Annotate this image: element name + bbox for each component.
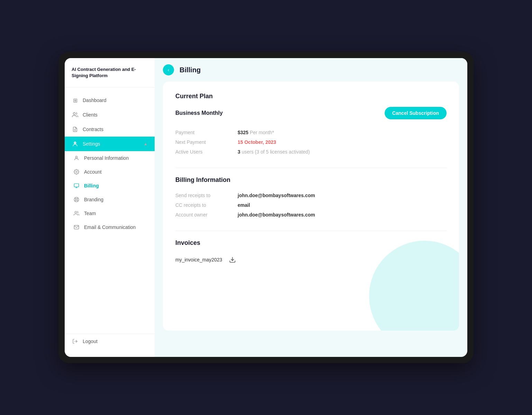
back-icon: ‹ bbox=[168, 67, 169, 73]
send-receipts-label: Send receipts to bbox=[175, 193, 231, 198]
download-icon bbox=[229, 256, 236, 263]
sidebar-item-label: Dashboard bbox=[83, 98, 107, 103]
payment-label: Payment bbox=[175, 130, 231, 135]
plan-name: Business Monthly bbox=[175, 110, 223, 116]
sidebar-sub-item-label: Personal Information bbox=[84, 155, 129, 161]
billing-icon bbox=[73, 182, 80, 189]
cancel-subscription-button[interactable]: Cancel Subscription bbox=[385, 107, 447, 119]
active-users-label: Active Users bbox=[175, 149, 231, 155]
invoice-row: my_invoice_may2023 bbox=[175, 253, 447, 266]
svg-point-16 bbox=[75, 211, 76, 213]
plan-row: Business Monthly Cancel Subscription bbox=[175, 107, 447, 119]
cc-receipts-row: CC receipts to email bbox=[175, 200, 447, 210]
cc-receipts-label: CC receipts to bbox=[175, 202, 231, 208]
sidebar: AI Contract Generation and E-Signing Pla… bbox=[65, 58, 155, 357]
svg-line-14 bbox=[77, 198, 78, 199]
contracts-icon bbox=[72, 126, 79, 133]
payment-period: Per month* bbox=[248, 130, 274, 135]
send-receipts-value: john.doe@bombaysoftwares.com bbox=[238, 193, 315, 198]
app-title: AI Contract Generation and E-Signing Pla… bbox=[72, 66, 148, 79]
chevron-up-icon: ▲ bbox=[144, 141, 148, 146]
sidebar-sub-item-label: Branding bbox=[84, 197, 103, 202]
page-title: Billing bbox=[180, 66, 201, 74]
active-users-row: Active Users 3 users (3 of 5 licenses ac… bbox=[175, 147, 447, 157]
team-icon bbox=[73, 210, 80, 217]
billing-info-title: Billing Information bbox=[175, 176, 447, 184]
sidebar-item-dashboard[interactable]: ⊞ Dashboard bbox=[65, 93, 155, 108]
users-detail: users (3 of 5 licenses activated) bbox=[240, 149, 310, 155]
payment-row: Payment $325 Per month* bbox=[175, 128, 447, 137]
svg-point-11 bbox=[75, 199, 77, 201]
svg-line-12 bbox=[75, 198, 76, 199]
svg-point-0 bbox=[73, 113, 75, 115]
invoices-title: Invoices bbox=[175, 239, 447, 247]
divider-2 bbox=[175, 231, 447, 231]
plan-details-table: Payment $325 Per month* Next Payment 15 … bbox=[175, 128, 447, 157]
sidebar-sub-item-label: Account bbox=[84, 169, 102, 175]
active-users-value: 3 users (3 of 5 licenses activated) bbox=[238, 149, 310, 155]
current-plan-title: Current Plan bbox=[175, 93, 447, 100]
sidebar-item-personal-information[interactable]: Personal Information bbox=[65, 151, 155, 165]
sidebar-sub-item-label: Team bbox=[84, 211, 96, 216]
send-receipts-row: Send receipts to john.doe@bombaysoftware… bbox=[175, 191, 447, 200]
payment-amount: $325 bbox=[238, 130, 248, 135]
account-owner-row: Account owner john.doe@bombaysoftwares.c… bbox=[175, 210, 447, 220]
account-gear-icon bbox=[73, 168, 80, 175]
settings-icon bbox=[72, 140, 79, 147]
back-button[interactable]: ‹ bbox=[163, 64, 174, 75]
billing-info-table: Send receipts to john.doe@bombaysoftware… bbox=[175, 191, 447, 220]
person-icon bbox=[73, 155, 80, 162]
clients-icon bbox=[72, 111, 79, 118]
svg-point-4 bbox=[75, 142, 75, 143]
svg-line-15 bbox=[75, 200, 76, 201]
sidebar-item-label: Settings bbox=[83, 141, 100, 147]
download-invoice-button[interactable] bbox=[229, 256, 236, 263]
main-content: ‹ Billing Current Plan Business Monthly … bbox=[155, 58, 467, 357]
svg-point-5 bbox=[75, 156, 77, 158]
sidebar-item-account[interactable]: Account bbox=[65, 165, 155, 179]
sidebar-item-billing[interactable]: Billing bbox=[65, 179, 155, 193]
next-payment-date: 15 October, 2023 bbox=[238, 139, 276, 145]
email-icon bbox=[73, 224, 80, 231]
sidebar-item-team[interactable]: Team bbox=[65, 206, 155, 220]
billing-card: Current Plan Business Monthly Cancel Sub… bbox=[163, 82, 459, 331]
branding-icon bbox=[73, 196, 80, 203]
settings-submenu: Personal Information Account bbox=[65, 151, 155, 234]
divider-1 bbox=[175, 168, 447, 168]
logout-button[interactable]: Logout bbox=[65, 334, 155, 349]
sidebar-item-settings[interactable]: Settings ▲ bbox=[65, 137, 155, 151]
sidebar-item-label: Contracts bbox=[83, 127, 103, 132]
svg-rect-7 bbox=[74, 184, 79, 187]
dashboard-icon: ⊞ bbox=[72, 97, 79, 104]
content-area: Current Plan Business Monthly Cancel Sub… bbox=[155, 82, 467, 357]
topbar: ‹ Billing bbox=[155, 58, 467, 82]
logout-label: Logout bbox=[83, 339, 98, 344]
svg-point-6 bbox=[76, 171, 77, 173]
sidebar-item-branding[interactable]: Branding bbox=[65, 193, 155, 206]
account-owner-label: Account owner bbox=[175, 212, 231, 218]
account-owner-value: john.doe@bombaysoftwares.com bbox=[238, 212, 315, 218]
sidebar-sub-item-label: Billing bbox=[84, 183, 99, 188]
sidebar-item-email-communication[interactable]: Email & Communication bbox=[65, 220, 155, 234]
next-payment-label: Next Payment bbox=[175, 139, 231, 145]
app-logo: AI Contract Generation and E-Signing Pla… bbox=[65, 66, 155, 87]
sidebar-item-label: Clients bbox=[83, 112, 98, 118]
users-count: 3 bbox=[238, 149, 240, 155]
sidebar-item-contracts[interactable]: Contracts bbox=[65, 122, 155, 137]
cc-receipts-value: email bbox=[238, 202, 250, 208]
next-payment-row: Next Payment 15 October, 2023 bbox=[175, 137, 447, 147]
payment-value: $325 Per month* bbox=[238, 130, 274, 135]
invoice-name: my_invoice_may2023 bbox=[175, 257, 222, 262]
sidebar-item-clients[interactable]: Clients bbox=[65, 108, 155, 122]
svg-line-13 bbox=[77, 200, 78, 201]
logout-icon bbox=[72, 338, 79, 345]
sidebar-sub-item-label: Email & Communication bbox=[84, 224, 136, 230]
